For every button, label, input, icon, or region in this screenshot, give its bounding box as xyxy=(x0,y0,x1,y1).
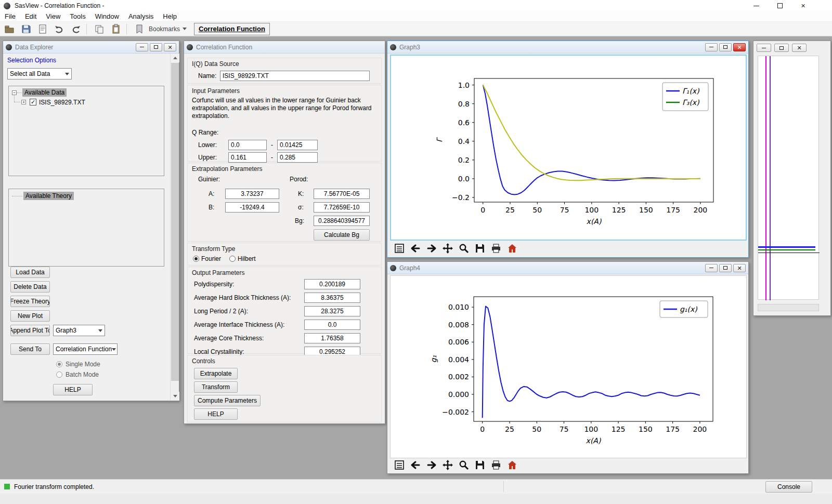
hilbert-radio[interactable] xyxy=(229,256,236,262)
polydispersity-output[interactable] xyxy=(304,279,360,289)
maximize-button[interactable] xyxy=(774,44,789,52)
print-icon[interactable] xyxy=(490,243,502,254)
paste-icon[interactable] xyxy=(109,23,123,35)
data-file-checkbox[interactable]: ✓ xyxy=(30,99,36,105)
maximize-button[interactable] xyxy=(719,264,732,272)
bg-input[interactable] xyxy=(314,216,370,226)
scroll-down-button[interactable] xyxy=(171,392,179,401)
freeze-theory-button[interactable]: Freeze Theory xyxy=(10,296,50,307)
minimize-button[interactable] xyxy=(757,44,771,52)
delete-data-button[interactable]: Delete Data xyxy=(10,281,50,293)
menu-window[interactable]: Window xyxy=(90,11,124,21)
bookmarks-dropdown[interactable]: Bookmarks xyxy=(149,25,187,33)
tab-correlation-function[interactable]: Correlation Function xyxy=(194,23,270,35)
maximize-button[interactable] xyxy=(719,43,732,51)
minimize-button[interactable] xyxy=(705,264,718,272)
copy-icon[interactable] xyxy=(92,23,107,35)
zoom-icon[interactable] xyxy=(458,243,470,254)
graph4-titlebar[interactable]: Graph4 ✕ xyxy=(387,262,748,274)
menu-tools[interactable]: Tools xyxy=(65,11,90,21)
background-hscrollbar[interactable] xyxy=(758,304,819,311)
magenta-marker-line[interactable] xyxy=(765,56,766,300)
append-plot-button[interactable]: Append Plot To xyxy=(10,325,50,336)
home-icon[interactable] xyxy=(506,243,518,254)
redo-icon[interactable] xyxy=(69,23,83,35)
scroll-up-button[interactable] xyxy=(171,54,179,62)
pan-icon[interactable] xyxy=(442,459,453,471)
maximize-button[interactable] xyxy=(150,43,162,51)
extrapolate-button[interactable]: Extrapolate xyxy=(194,368,238,379)
append-target-dropdown[interactable]: Graph3 xyxy=(53,325,105,336)
batch-mode-radio[interactable] xyxy=(56,372,62,378)
menu-help[interactable]: Help xyxy=(158,11,181,21)
tree-node-available-data[interactable]: Available Data xyxy=(22,88,67,97)
console-button[interactable]: Console xyxy=(765,481,812,493)
explorer-scrollbar[interactable] xyxy=(170,54,179,401)
menu-file[interactable]: File xyxy=(0,11,20,21)
pan-icon[interactable] xyxy=(442,243,453,254)
calculate-bg-button[interactable]: Calculate Bg xyxy=(314,229,370,241)
transform-button[interactable]: Transform xyxy=(194,381,238,393)
save-icon[interactable] xyxy=(19,23,33,35)
graph3-canvas[interactable]: 0255075100125150175200−0.20.00.20.40.60.… xyxy=(390,55,747,241)
hard-block-output[interactable] xyxy=(304,293,360,303)
zoom-icon[interactable] xyxy=(458,459,470,471)
q-lower-max-input[interactable] xyxy=(277,140,318,150)
minimize-button[interactable] xyxy=(705,43,718,51)
porod-k-input[interactable] xyxy=(314,189,370,199)
minimize-button[interactable] xyxy=(745,0,768,11)
name-input[interactable] xyxy=(220,71,370,81)
guinier-b-input[interactable] xyxy=(225,202,279,213)
select-all-dropdown[interactable]: Select all Data xyxy=(7,68,72,79)
fourier-radio[interactable] xyxy=(193,256,199,262)
maximize-button[interactable] xyxy=(768,0,791,11)
tree-node-data-file[interactable]: ISIS_98929.TXT xyxy=(39,99,85,106)
compute-parameters-button[interactable]: Compute Parameters xyxy=(194,395,261,406)
load-data-button[interactable]: Load Data xyxy=(10,267,50,278)
corfunc-help-button[interactable]: HELP xyxy=(194,408,238,420)
new-plot-button[interactable]: New Plot xyxy=(10,310,50,322)
send-to-button[interactable]: Send To xyxy=(10,343,50,355)
send-target-dropdown[interactable]: Correlation Function xyxy=(53,343,118,355)
save-icon[interactable] xyxy=(474,243,486,254)
subplots-icon[interactable] xyxy=(394,243,405,254)
close-button[interactable]: × xyxy=(791,0,815,11)
guinier-a-input[interactable] xyxy=(225,189,279,199)
back-icon[interactable] xyxy=(410,243,421,254)
bookmarks-icon[interactable] xyxy=(132,23,147,35)
forward-icon[interactable] xyxy=(426,243,437,254)
q-lower-min-input[interactable] xyxy=(228,140,267,150)
report-icon[interactable] xyxy=(35,23,50,35)
scroll-thumb[interactable] xyxy=(171,63,179,381)
save-icon[interactable] xyxy=(474,459,486,471)
back-icon[interactable] xyxy=(410,459,421,471)
print-icon[interactable] xyxy=(490,459,502,471)
data-explorer-titlebar[interactable]: Data Explorer ✕ xyxy=(3,41,179,54)
explorer-help-button[interactable]: HELP xyxy=(53,384,93,395)
background-plot-canvas[interactable] xyxy=(758,56,819,300)
load-data-icon[interactable] xyxy=(2,23,17,35)
expand-expander[interactable]: + xyxy=(21,100,26,104)
graph3-titlebar[interactable]: Graph3 ✕ xyxy=(387,41,748,54)
close-icon[interactable]: ✕ xyxy=(164,43,176,51)
close-icon[interactable]: ✕ xyxy=(792,44,807,52)
q-upper-min-input[interactable] xyxy=(228,152,267,163)
single-mode-radio[interactable] xyxy=(56,361,62,367)
close-icon[interactable]: ✕ xyxy=(733,264,746,272)
close-icon[interactable]: ✕ xyxy=(733,43,746,51)
core-thickness-output[interactable] xyxy=(304,333,360,343)
forward-icon[interactable] xyxy=(426,459,437,471)
menu-edit[interactable]: Edit xyxy=(20,11,41,21)
tree-node-available-theory[interactable]: Available Theory xyxy=(23,192,74,200)
subplots-icon[interactable] xyxy=(394,459,405,471)
purple-marker-line[interactable] xyxy=(770,56,771,300)
collapse-expander[interactable]: − xyxy=(12,90,17,95)
selection-options-link[interactable]: Selection Options xyxy=(7,57,56,64)
menu-view[interactable]: View xyxy=(41,11,65,21)
graph4-canvas[interactable]: 0255075100125150175200−0.0020.0000.0020.… xyxy=(390,275,747,458)
undo-icon[interactable] xyxy=(52,23,67,35)
menu-analysis[interactable]: Analysis xyxy=(124,11,158,21)
long-period-output[interactable] xyxy=(304,306,360,316)
minimize-button[interactable] xyxy=(136,43,148,51)
corfunc-titlebar[interactable]: Correlation Function xyxy=(184,41,385,54)
